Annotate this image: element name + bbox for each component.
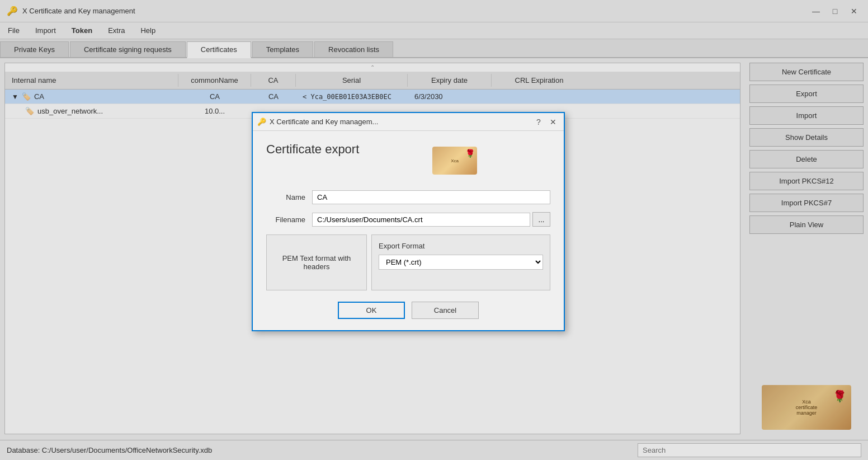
- pem-text-box: PEM Text format with headers: [266, 234, 367, 290]
- name-label: Name: [266, 193, 305, 201]
- format-section: PEM Text format with headers Export Form…: [266, 234, 550, 290]
- certificate-export-dialog: 🔑 X Certificate and Key managem... ? ✕ C…: [252, 112, 565, 331]
- modal-heading: Certificate export: [266, 142, 359, 157]
- modal-help-button[interactable]: ?: [532, 116, 545, 128]
- modal-title: X Certificate and Key managem...: [270, 118, 378, 126]
- filename-form-row: Filename ...: [266, 212, 550, 227]
- export-format-label: Export Format: [379, 242, 543, 250]
- modal-content: Certificate export Xca 🌹 Name Filename .…: [253, 131, 564, 330]
- modal-logo: Xca 🌹: [432, 147, 477, 175]
- modal-title-left: 🔑 X Certificate and Key managem...: [257, 118, 378, 126]
- modal-close-button[interactable]: ✕: [547, 116, 559, 128]
- modal-buttons: OK Cancel: [266, 302, 550, 319]
- modal-overlay: 🔑 X Certificate and Key managem... ? ✕ C…: [0, 0, 868, 460]
- name-input[interactable]: [312, 190, 550, 204]
- browse-button[interactable]: ...: [532, 212, 550, 227]
- cancel-button[interactable]: Cancel: [412, 302, 479, 319]
- export-format-select[interactable]: PEM (*.crt) DER (*.crt) PKCS#12 (*.p12) …: [379, 255, 543, 270]
- ok-button[interactable]: OK: [338, 302, 405, 319]
- filename-input[interactable]: [312, 213, 530, 227]
- modal-titlebar: 🔑 X Certificate and Key managem... ? ✕: [253, 113, 564, 131]
- export-format-box: Export Format PEM (*.crt) DER (*.crt) PK…: [371, 234, 550, 290]
- name-form-row: Name: [266, 190, 550, 204]
- modal-icon: 🔑: [257, 118, 266, 126]
- filename-row: ...: [312, 212, 550, 227]
- modal-header-row: Certificate export Xca 🌹: [266, 142, 550, 179]
- modal-title-controls: ? ✕: [532, 116, 559, 128]
- filename-label: Filename: [266, 215, 305, 224]
